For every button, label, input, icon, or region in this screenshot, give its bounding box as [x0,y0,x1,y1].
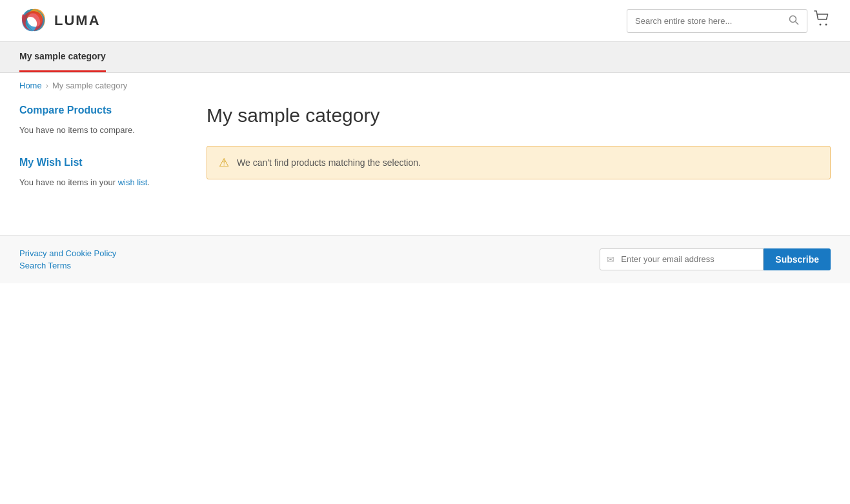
header-right [627,9,831,33]
compare-products-title: Compare Products [19,105,187,116]
alert-box: ⚠ We can't find products matching the se… [207,146,831,179]
search-bar[interactable] [627,9,807,33]
nav-bar: My sample category [0,42,850,73]
sidebar: Compare Products You have no items to co… [19,105,187,209]
newsletter-input-wrapper: ✉ [600,248,764,270]
footer-link-privacy[interactable]: Privacy and Cookie Policy [19,248,116,258]
wishlist-text-part1: You have no items in your [19,177,118,187]
logo-text: LUMA [54,12,101,29]
luma-logo-icon [19,6,48,35]
footer-link-search-terms[interactable]: Search Terms [19,261,116,270]
newsletter-email-input[interactable] [621,249,763,269]
header: LUMA [0,0,850,42]
svg-line-2 [796,21,799,25]
nav-item-category[interactable]: My sample category [19,42,106,72]
breadcrumb-home[interactable]: Home [19,81,42,90]
search-input[interactable] [627,11,782,31]
page-title: My sample category [207,105,831,126]
svg-point-4 [825,24,827,26]
svg-point-3 [820,24,822,26]
wish-list-link[interactable]: wish list [118,177,148,187]
warning-icon: ⚠ [219,156,229,170]
compare-products-section: Compare Products You have no items to co… [19,105,187,137]
content-area: My sample category ⚠ We can't find produ… [207,105,831,209]
subscribe-button[interactable]: Subscribe [764,248,831,270]
cart-icon[interactable] [814,10,831,31]
footer: Privacy and Cookie Policy Search Terms ✉… [0,235,850,283]
footer-newsletter: ✉ Subscribe [600,248,831,270]
email-icon: ✉ [600,249,621,270]
search-button[interactable] [782,10,805,32]
main-content: Compare Products You have no items to co… [0,98,850,235]
wish-list-section: My Wish List You have no items in your w… [19,157,187,190]
breadcrumb-separator: › [46,81,48,90]
wishlist-text-part2: . [147,177,150,187]
footer-links: Privacy and Cookie Policy Search Terms [19,248,116,270]
compare-products-text: You have no items to compare. [19,124,187,137]
wish-list-text: You have no items in your wish list. [19,176,187,190]
svg-point-1 [790,15,796,22]
logo-area[interactable]: LUMA [19,6,101,35]
wish-list-title: My Wish List [19,157,187,168]
breadcrumb-current: My sample category [52,81,127,90]
alert-message: We can't find products matching the sele… [237,157,421,168]
breadcrumb: Home › My sample category [0,73,850,98]
